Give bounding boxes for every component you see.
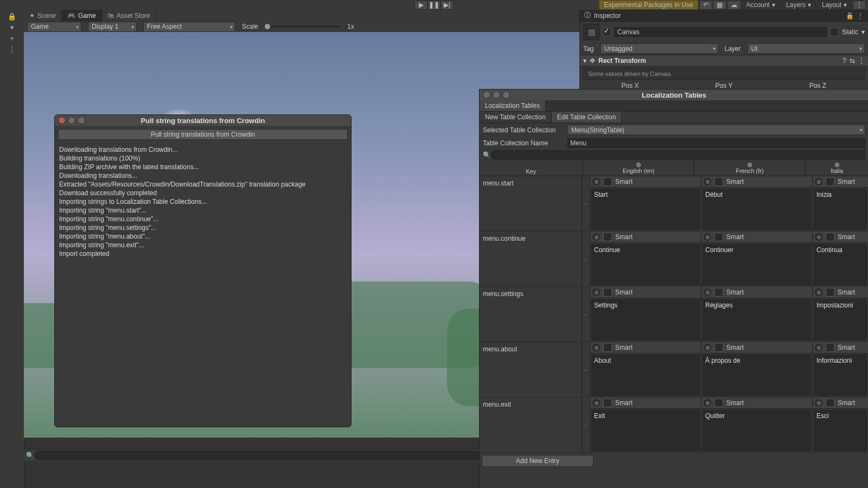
gear-icon[interactable]: ⚙	[704, 288, 711, 296]
smart-checkbox[interactable]	[714, 343, 723, 352]
gear-icon[interactable]: ⚙	[815, 178, 822, 185]
translation-input[interactable]: Esci	[814, 410, 867, 451]
gear-icon[interactable]: ⚙	[704, 178, 711, 185]
lock-icon[interactable]: 🔒	[5, 12, 18, 21]
dropdown-icon[interactable]: ▾	[5, 23, 18, 31]
scale-slider[interactable]	[265, 25, 341, 28]
tab-game[interactable]: 🎮Game	[62, 10, 102, 21]
gear-icon[interactable]: ⚙	[704, 344, 711, 351]
add-new-entry-button[interactable]: Add New Entry	[482, 455, 593, 467]
tab-edit-table-collection[interactable]: Edit Table Collection	[552, 112, 622, 123]
smart-checkbox[interactable]	[826, 233, 834, 241]
smart-checkbox[interactable]	[603, 399, 612, 407]
plus-icon[interactable]: +	[5, 34, 18, 42]
lock-icon[interactable]: 🔒	[846, 12, 854, 20]
translation-input[interactable]: Impostazioni	[814, 299, 867, 341]
reorder-handle[interactable]: -	[582, 342, 590, 397]
key-cell[interactable]: menu.exit	[480, 397, 582, 452]
smart-checkbox[interactable]	[603, 288, 612, 297]
game-mode-dropdown[interactable]: Game	[27, 22, 81, 32]
locale-icon: ⊕	[747, 162, 752, 168]
crowdin-pull-window: Pull string translations from Crowdin Pu…	[54, 114, 352, 427]
smart-checkbox[interactable]	[826, 343, 834, 352]
translation-input[interactable]: Continue	[591, 244, 700, 285]
tab-scene[interactable]: ✦Scene	[24, 10, 62, 21]
gear-icon[interactable]: ⚙	[592, 344, 600, 351]
window-titlebar[interactable]: Localization Tables	[480, 89, 868, 100]
play-button[interactable]: ▶	[414, 1, 427, 10]
translation-input[interactable]: Inizia	[814, 189, 867, 230]
pause-button[interactable]: ❚❚	[427, 1, 441, 10]
translation-input[interactable]: Start	[591, 189, 700, 230]
tag-dropdown[interactable]: Untagged	[601, 43, 718, 54]
translation-input[interactable]: Settings	[591, 299, 700, 341]
gameobject-icon[interactable]: ▨	[583, 24, 599, 40]
step-button[interactable]: ▶|	[441, 1, 454, 10]
gear-icon[interactable]: ⚙	[815, 233, 822, 241]
value-cell: ⚙SmartAbout	[590, 342, 701, 397]
project-search-input[interactable]	[34, 451, 481, 460]
active-checkbox[interactable]	[603, 28, 611, 36]
gear-icon[interactable]: ⚙	[592, 399, 600, 407]
translation-input[interactable]: Continuer	[703, 244, 811, 285]
key-cell[interactable]: menu.start	[480, 176, 582, 231]
translation-input[interactable]: À propos de	[703, 355, 811, 396]
gear-icon[interactable]: ⚙	[592, 178, 600, 185]
value-cell: ⚙SmartInformazioni	[813, 342, 868, 397]
tab-asset-store[interactable]: 🛍Asset Store	[102, 10, 156, 21]
translation-input[interactable]: About	[591, 355, 700, 396]
table-search-input[interactable]	[491, 150, 865, 160]
key-cell[interactable]: menu.settings	[480, 287, 582, 342]
translation-input[interactable]: Réglages	[703, 299, 811, 341]
gear-icon[interactable]: ⚙	[592, 288, 600, 296]
gear-icon[interactable]: ⚙	[704, 399, 711, 407]
translation-input[interactable]: Continua	[814, 244, 867, 285]
smart-checkbox[interactable]	[603, 343, 612, 352]
aspect-dropdown[interactable]: Free Aspect	[143, 22, 235, 32]
inspector-tab[interactable]: ⓘ Inspector 🔒 ⋮	[580, 10, 868, 22]
translation-input[interactable]: Informazioni	[814, 355, 867, 396]
smart-checkbox[interactable]	[826, 177, 834, 186]
chevron-down-icon[interactable]: ▾	[861, 28, 865, 36]
help-icon[interactable]: ?	[843, 57, 846, 65]
display-dropdown[interactable]: Display 1	[88, 22, 137, 32]
kebab-icon[interactable]: ⋮	[857, 12, 864, 20]
cell-toolbar: ⚙Smart	[701, 342, 812, 354]
smart-checkbox[interactable]	[714, 288, 723, 297]
reorder-handle[interactable]: -	[582, 397, 590, 452]
gear-icon[interactable]: ⚙	[815, 399, 822, 407]
asset-store-icon: 🛍	[107, 12, 114, 20]
smart-checkbox[interactable]	[603, 233, 612, 241]
collection-name-input[interactable]: Menu	[567, 138, 865, 148]
translation-input[interactable]: Quitter	[703, 410, 811, 451]
key-cell[interactable]: menu.about	[480, 342, 582, 397]
gear-icon[interactable]: ⚙	[815, 288, 822, 296]
tab-new-table-collection[interactable]: New Table Collection	[480, 112, 552, 123]
smart-checkbox[interactable]	[826, 399, 834, 407]
static-checkbox[interactable]	[830, 28, 839, 36]
selected-collection-dropdown[interactable]: Menu(StringTable)	[567, 125, 865, 135]
smart-checkbox[interactable]	[714, 399, 723, 407]
rect-transform-header[interactable]: ▾ ✥ Rect Transform ? ⇆ ⋮	[580, 55, 868, 67]
smart-label: Smart	[838, 178, 855, 185]
reorder-handle[interactable]: -	[582, 287, 590, 342]
layer-dropdown[interactable]: UI	[748, 43, 865, 54]
smart-checkbox[interactable]	[826, 288, 834, 297]
smart-checkbox[interactable]	[714, 233, 723, 241]
reorder-handle[interactable]: -	[582, 176, 590, 231]
tab-localization-tables[interactable]: Localization Tables	[480, 100, 546, 111]
translation-input[interactable]: Début	[703, 189, 811, 230]
translation-input[interactable]: Exit	[591, 410, 700, 451]
kebab-icon[interactable]: ⋮	[858, 57, 865, 65]
gear-icon[interactable]: ⚙	[704, 233, 711, 241]
gear-icon[interactable]: ⚙	[815, 344, 822, 351]
reorder-handle[interactable]: -	[582, 232, 590, 286]
window-titlebar[interactable]: Pull string translations from Crowdin	[55, 115, 351, 126]
kebab-icon[interactable]: ⋮	[5, 44, 18, 53]
smart-checkbox[interactable]	[603, 177, 612, 186]
key-cell[interactable]: menu.continue	[480, 232, 582, 286]
preset-icon[interactable]: ⇆	[850, 57, 855, 65]
smart-checkbox[interactable]	[714, 177, 723, 186]
gameobject-name-input[interactable]: Canvas	[615, 27, 827, 37]
gear-icon[interactable]: ⚙	[592, 233, 600, 241]
